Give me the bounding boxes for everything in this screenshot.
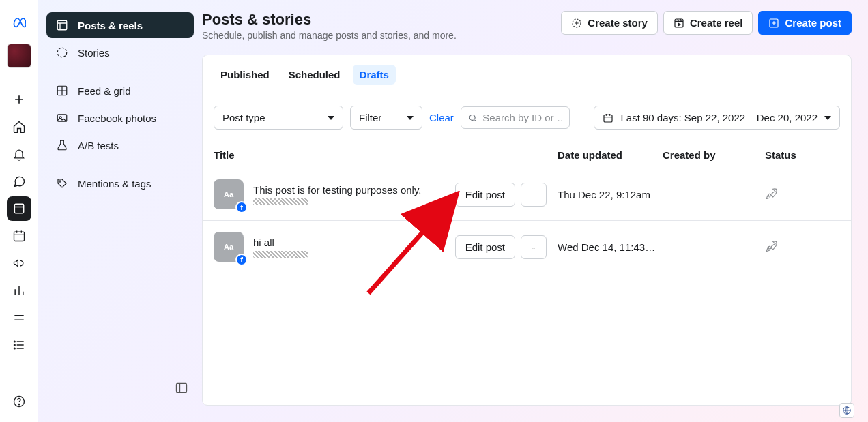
reel-icon [674, 18, 684, 29]
svg-rect-15 [675, 19, 683, 27]
nav-ab-tests-label: A/B tests [78, 140, 119, 151]
search-box[interactable] [461, 106, 570, 129]
nav-posts-reels[interactable]: Posts & reels [46, 12, 194, 38]
svg-point-24 [534, 248, 535, 249]
edit-post-button[interactable]: Edit post [455, 183, 515, 207]
rail-calendar-icon[interactable] [7, 224, 31, 248]
post-date: Wed Dec 14, 11:43… [558, 241, 663, 253]
nav-feed-grid[interactable]: Feed & grid [46, 78, 194, 104]
table-header: Title Date updated Created by Status [203, 142, 851, 168]
profile-avatar[interactable] [7, 44, 31, 68]
post-date: Thu Dec 22, 9:12am [558, 189, 663, 200]
main-area: Posts & stories Schedule, publish and ma… [202, 0, 868, 422]
post-status [765, 187, 840, 202]
more-options-button[interactable] [521, 183, 547, 207]
date-range-select[interactable]: Last 90 days: Sep 22, 2022 – Dec 20, 202… [594, 106, 840, 130]
search-input[interactable] [482, 112, 562, 123]
rocket-icon [765, 239, 779, 253]
edit-post-button[interactable]: Edit post [455, 235, 515, 259]
nav-ab-tests[interactable]: A/B tests [46, 132, 194, 158]
post-thumbnail: Aa [214, 179, 244, 209]
date-range-label: Last 90 days: Sep 22, 2022 – Dec 20, 202… [620, 112, 818, 123]
page-subtitle: Schedule, publish and manage posts and s… [202, 30, 457, 41]
more-options-button[interactable] [521, 235, 547, 259]
table-row[interactable]: Aa hi all Edit post Wed Dec 14, 11:43… [203, 221, 851, 273]
svg-rect-7 [57, 20, 67, 30]
chevron-down-icon [824, 116, 831, 120]
svg-rect-1 [14, 232, 24, 241]
rail-menu-icon[interactable] [7, 305, 31, 330]
tab-scheduled[interactable]: Scheduled [282, 65, 347, 85]
rail-megaphone-icon[interactable] [7, 251, 31, 275]
col-date-updated: Date updated [558, 149, 663, 161]
svg-point-20 [534, 196, 534, 196]
post-thumbnail: Aa [214, 232, 244, 262]
post-title: hi all [253, 237, 455, 248]
table-row[interactable]: Aa This post is for testing purposes onl… [203, 168, 851, 221]
create-story-button[interactable]: Create story [561, 11, 658, 35]
col-title: Title [214, 149, 558, 161]
page-header: Posts & stories Schedule, publish and ma… [202, 11, 852, 55]
dots-icon [528, 248, 539, 251]
svg-rect-13 [177, 383, 187, 392]
nav-mentions-tags[interactable]: Mentions & tags [46, 170, 194, 196]
meta-logo[interactable] [5, 8, 33, 35]
nav-stories[interactable]: Stories [46, 40, 194, 65]
rail-home-icon[interactable] [7, 115, 31, 139]
filter-label: Filter [359, 112, 381, 123]
rail-create-icon[interactable] [7, 87, 31, 112]
post-status [765, 239, 840, 255]
side-panel: Posts & reels Stories Feed & grid Facebo… [38, 0, 202, 422]
rail-chat-icon[interactable] [7, 169, 31, 194]
story-icon [571, 18, 582, 29]
toolbar: Post type Filter Clear Last 90 days: Sep… [203, 93, 851, 142]
left-rail [0, 0, 38, 422]
svg-point-6 [18, 404, 19, 405]
tabs: Published Scheduled Drafts [203, 55, 851, 93]
tab-published[interactable]: Published [214, 65, 276, 85]
post-type-select[interactable]: Post type [214, 106, 343, 130]
rail-bell-icon[interactable] [7, 142, 31, 166]
svg-point-8 [57, 48, 67, 57]
svg-rect-18 [604, 115, 612, 122]
create-post-button[interactable]: Create post [758, 11, 852, 35]
nav-stories-label: Stories [78, 47, 110, 59]
post-icon [768, 18, 779, 29]
chevron-down-icon [407, 116, 414, 120]
facebook-badge-icon [235, 201, 248, 213]
rocket-icon [765, 187, 779, 200]
create-reel-button[interactable]: Create reel [663, 11, 753, 35]
chevron-down-icon [328, 116, 334, 120]
post-source-redacted [253, 251, 308, 258]
create-reel-label: Create reel [690, 17, 743, 29]
col-created-by: Created by [663, 149, 765, 161]
create-post-label: Create post [785, 17, 841, 29]
nav-mentions-tags-label: Mentions & tags [78, 178, 151, 190]
svg-point-21 [534, 196, 535, 196]
svg-point-23 [534, 248, 534, 249]
rail-help-icon[interactable] [7, 389, 31, 414]
rail-insights-icon[interactable] [7, 278, 31, 303]
nav-fb-photos-label: Facebook photos [78, 112, 156, 124]
calendar-icon [603, 112, 613, 123]
rail-posts-icon[interactable] [7, 196, 31, 221]
facebook-badge-icon [235, 254, 248, 266]
rail-list-icon[interactable] [7, 333, 31, 357]
svg-point-4 [14, 348, 15, 349]
clear-link[interactable]: Clear [429, 112, 454, 123]
svg-point-17 [469, 115, 475, 120]
svg-rect-0 [14, 204, 23, 213]
page-title: Posts & stories [202, 11, 457, 29]
svg-point-2 [14, 341, 15, 342]
svg-point-3 [14, 344, 15, 346]
tab-drafts[interactable]: Drafts [353, 65, 396, 85]
search-icon [468, 112, 478, 123]
filter-select[interactable]: Filter [350, 106, 422, 130]
svg-point-19 [533, 196, 534, 196]
globe-button[interactable] [839, 403, 854, 418]
collapse-panel-icon[interactable] [175, 381, 188, 395]
post-source-redacted [253, 198, 308, 205]
content-card: Published Scheduled Drafts Post type Fil… [202, 55, 852, 406]
nav-fb-photos[interactable]: Facebook photos [46, 105, 194, 131]
post-type-label: Post type [222, 112, 265, 123]
